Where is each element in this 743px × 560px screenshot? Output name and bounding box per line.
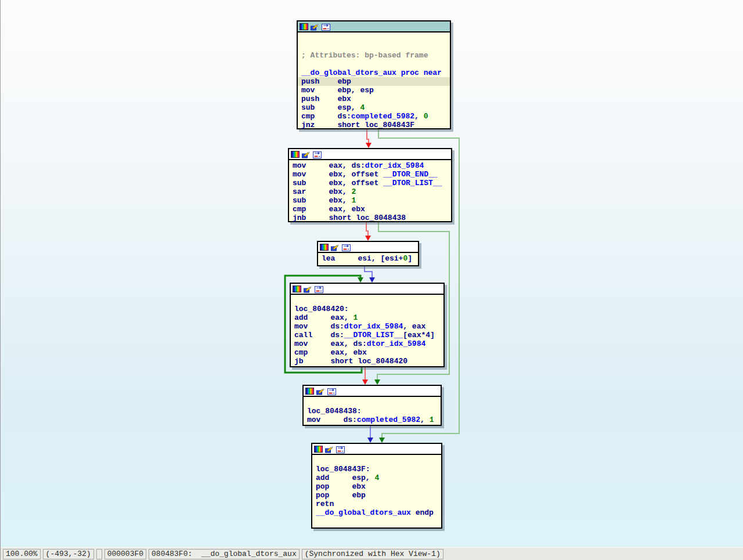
node-edit-icon[interactable] (302, 151, 311, 158)
graph-node-b2[interactable]: mov eax, ds:dtor_idx_5984mov ebx, offset… (288, 148, 452, 222)
asm-line[interactable]: cmp eax, ebx (289, 205, 451, 214)
asm-line[interactable]: pop ebp (312, 491, 441, 500)
graph-edge-b2-b3 (366, 222, 368, 236)
node-edit-icon[interactable] (304, 286, 312, 292)
asm-line[interactable]: mov eax, ds:dtor_idx_5984 (291, 339, 443, 348)
asm-token: , eax (403, 322, 425, 331)
asm-line[interactable]: cmp eax, ebx (291, 348, 443, 357)
node-title-bar[interactable] (291, 284, 443, 295)
asm-line[interactable]: loc_8048420: (291, 305, 443, 313)
asm-line[interactable]: jnb short loc_8048438 (289, 214, 451, 222)
node-title-bar[interactable] (289, 149, 451, 160)
node-title-bar[interactable] (312, 444, 441, 455)
asm-line[interactable]: mov ebx, offset __DTOR_END__ (289, 170, 451, 179)
asm-line[interactable]: sub esp, 4 (298, 103, 450, 112)
asm-token: pop ebp (316, 491, 366, 500)
status-file-offset: 000003F0 (104, 549, 146, 559)
asm-line[interactable]: mov ds:completed_5982, 1 (304, 416, 441, 424)
asm-token: sub esp, (301, 103, 360, 112)
node-group-icon[interactable] (315, 286, 323, 292)
asm-line[interactable]: jnz short loc_804843F (298, 121, 450, 129)
asm-line[interactable]: push ebp (298, 77, 450, 86)
asm-line[interactable]: add eax, 1 (291, 313, 443, 322)
node-color-icon[interactable] (305, 388, 314, 395)
status-spacer (96, 549, 102, 559)
node-title-bar[interactable] (298, 21, 450, 32)
node-edit-icon[interactable] (331, 244, 340, 251)
node-title-bar[interactable] (304, 386, 441, 397)
asm-line[interactable]: mov eax, ds:dtor_idx_5984 (289, 161, 451, 170)
node-edit-icon[interactable] (311, 23, 319, 30)
asm-line[interactable]: __do_global_dtors_aux proc near (298, 68, 450, 77)
asm-line[interactable]: sub ebx, offset __DTOR_LIST__ (289, 179, 451, 187)
graph-node-b6[interactable]: loc_804843F:add esp, 4pop ebxpop ebpretn… (311, 443, 442, 529)
asm-line[interactable]: add esp, 4 (312, 474, 441, 482)
node-color-icon[interactable] (320, 244, 329, 251)
node-group-icon[interactable] (327, 388, 336, 395)
asm-line[interactable]: retn (312, 500, 441, 508)
asm-token: __DTOR_LIST__ (383, 179, 442, 187)
asm-token: __do_global_dtors_aux proc near (301, 68, 442, 77)
asm-line[interactable]: mov ds:dtor_idx_5984, eax (291, 322, 443, 331)
status-zoom-level: 100.00% (3, 549, 41, 559)
asm-token: mov ds: (294, 322, 344, 331)
node-edit-icon[interactable] (325, 446, 334, 453)
asm-token: jb short loc_8048420 (294, 357, 407, 366)
node-group-icon[interactable] (342, 244, 351, 251)
asm-token: dtor_idx_5984 (367, 339, 425, 348)
asm-line[interactable] (298, 42, 450, 51)
asm-line[interactable]: loc_804843F: (312, 465, 441, 474)
asm-line[interactable]: mov ebp, esp (298, 86, 450, 95)
graph-canvas[interactable]: ; Attributes: bp-based frame __do_global… (1, 0, 743, 547)
asm-line[interactable] (304, 398, 441, 407)
graph-node-b4[interactable]: loc_8048420:add eax, 1mov ds:dtor_idx_59… (290, 283, 445, 367)
asm-token: push ebp (301, 77, 351, 86)
node-color-icon[interactable] (293, 286, 301, 292)
graph-edge-b3-b4 (365, 266, 372, 278)
asm-token: sub ebx, (293, 196, 351, 205)
node-edit-icon[interactable] (316, 388, 325, 395)
asm-token: 4 (374, 474, 379, 482)
asm-token: completed_5982 (357, 416, 420, 424)
node-code: ; Attributes: bp-based frame __do_global… (298, 32, 450, 129)
asm-line[interactable]: call ds:__DTOR_LIST__[eax*4] (291, 331, 443, 339)
status-address-function: 080483F0: __do_global_dtors_aux (149, 549, 300, 559)
asm-line[interactable] (312, 456, 441, 465)
graph-edge-arrowhead (358, 277, 363, 283)
node-color-icon[interactable] (300, 23, 308, 30)
asm-line[interactable]: ; Attributes: bp-based frame (298, 51, 450, 60)
graph-node-b3[interactable]: lea esi, [esi+0] (317, 241, 419, 266)
graph-edge-arrowhead (367, 438, 373, 443)
node-group-icon[interactable] (313, 151, 322, 158)
asm-line[interactable]: __do_global_dtors_aux endp (312, 508, 441, 517)
asm-line[interactable]: sub ebx, 1 (289, 196, 451, 205)
node-title-bar[interactable] (318, 242, 418, 253)
asm-line[interactable]: jb short loc_8048420 (291, 357, 443, 366)
node-color-icon[interactable] (314, 446, 323, 453)
graph-edge-arrowhead (379, 438, 385, 443)
asm-token: , (420, 416, 430, 424)
asm-line[interactable]: push ebx (298, 95, 450, 103)
graph-edge-arrowhead (374, 380, 380, 385)
asm-token: retn (316, 500, 334, 508)
status-sync-indicator: (Synchronized with Hex View-1) (302, 549, 443, 559)
graph-node-b5[interactable]: loc_8048438:mov ds:completed_5982, 1 (302, 385, 442, 426)
asm-line[interactable]: pop ebx (312, 482, 441, 491)
asm-line[interactable]: lea esi, [esi+0] (318, 254, 418, 263)
asm-line[interactable] (312, 517, 441, 526)
status-bar: 100.00% (-493,-32) 000003F0 080483F0: __… (1, 547, 743, 560)
asm-line[interactable] (298, 34, 450, 42)
node-group-icon[interactable] (322, 23, 330, 30)
node-code: lea esi, [esi+0] (318, 253, 418, 263)
node-color-icon[interactable] (291, 151, 300, 158)
asm-token: , (414, 112, 424, 121)
graph-node-b1[interactable]: ; Attributes: bp-based frame __do_global… (297, 20, 451, 129)
asm-line[interactable]: sar ebx, 2 (289, 187, 451, 196)
node-group-icon[interactable] (336, 446, 345, 453)
asm-token: add esp, (316, 474, 374, 482)
asm-line[interactable]: loc_8048438: (304, 407, 441, 416)
asm-line[interactable] (298, 60, 450, 68)
asm-line[interactable]: cmp ds:completed_5982, 0 (298, 112, 450, 121)
asm-line[interactable] (291, 296, 443, 305)
asm-token: sub ebx, offset (293, 179, 383, 187)
